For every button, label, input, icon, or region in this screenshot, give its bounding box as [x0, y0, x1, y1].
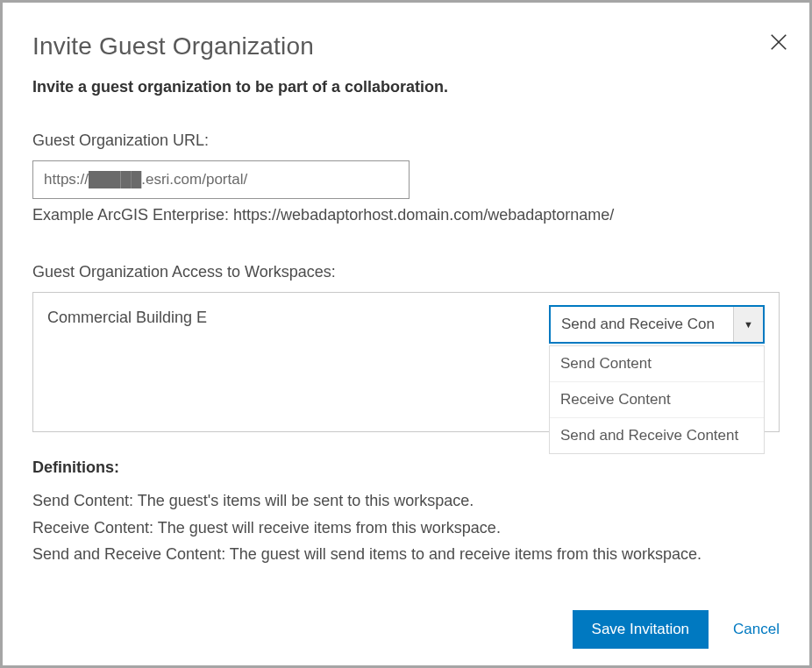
- access-dropdown[interactable]: Send and Receive Con ▼: [549, 305, 765, 344]
- access-dropdown-wrap: Send and Receive Con ▼ Send Content Rece…: [549, 305, 765, 344]
- definitions-heading: Definitions:: [32, 458, 780, 477]
- dialog-footer: Save Invitation Cancel: [32, 610, 780, 650]
- save-invitation-button[interactable]: Save Invitation: [573, 610, 709, 649]
- definition-send-receive: Send and Receive Content: The guest will…: [32, 541, 780, 568]
- definition-receive: Receive Content: The guest will receive …: [32, 515, 780, 542]
- workspace-access-box: Commercial Building E Send and Receive C…: [32, 292, 780, 432]
- definition-send: Send Content: The guest's items will be …: [32, 487, 780, 515]
- dropdown-option-send-receive[interactable]: Send and Receive Content: [550, 418, 764, 453]
- dialog-subtitle: Invite a guest organization to be part o…: [32, 78, 780, 96]
- invite-guest-dialog: Invite Guest Organization Invite a guest…: [3, 3, 809, 665]
- guest-url-input[interactable]: [32, 160, 410, 199]
- dialog-title: Invite Guest Organization: [32, 32, 774, 60]
- guest-url-example: Example ArcGIS Enterprise: https://webad…: [32, 206, 780, 224]
- workspace-access-label: Guest Organization Access to Workspaces:: [32, 263, 780, 281]
- dropdown-option-receive[interactable]: Receive Content: [550, 382, 764, 418]
- access-dropdown-menu: Send Content Receive Content Send and Re…: [549, 345, 765, 454]
- close-icon[interactable]: [769, 32, 788, 52]
- cancel-button[interactable]: Cancel: [733, 621, 780, 638]
- dialog-content: Invite a guest organization to be part o…: [32, 78, 790, 650]
- access-dropdown-value: Send and Receive Con: [551, 316, 733, 333]
- dropdown-option-send[interactable]: Send Content: [550, 346, 764, 382]
- chevron-down-icon: ▼: [733, 307, 763, 342]
- workspace-name: Commercial Building E: [47, 305, 207, 327]
- guest-url-label: Guest Organization URL:: [32, 131, 780, 150]
